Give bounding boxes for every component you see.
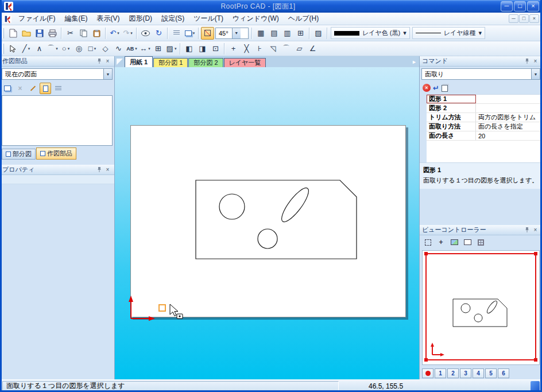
chevron-down-icon[interactable]: ▾ bbox=[56, 46, 58, 51]
param-label-method[interactable]: 面取り方法 bbox=[427, 122, 476, 131]
tab-drawing-parts[interactable]: 作図部品 bbox=[36, 148, 76, 160]
erase-tool-button[interactable]: ▱ bbox=[293, 42, 306, 55]
view-rect-handle[interactable] bbox=[424, 358, 428, 362]
partial-drawing-button[interactable]: ◧ bbox=[183, 42, 196, 55]
chevron-down-icon[interactable]: ▾ bbox=[175, 46, 177, 51]
view-slot-3-button[interactable]: 3 bbox=[460, 368, 471, 378]
table-tool-button[interactable]: ⊞ bbox=[152, 42, 165, 55]
polygon-tool-button[interactable]: ◇ bbox=[99, 42, 112, 55]
mdi-restore-button[interactable]: □ bbox=[519, 14, 529, 23]
combo-arrow-icon[interactable]: ▼ bbox=[232, 28, 241, 38]
drawing-canvas[interactable] bbox=[115, 67, 419, 379]
save-button[interactable] bbox=[33, 27, 46, 40]
chamfered-rectangle-shape[interactable] bbox=[196, 180, 357, 259]
grid-row[interactable]: 図形 2 bbox=[427, 104, 542, 113]
menu-help[interactable]: ヘルプ(H) bbox=[284, 12, 324, 25]
close-button[interactable]: × bbox=[527, 1, 539, 11]
resize-grip[interactable] bbox=[531, 381, 540, 391]
cut-button[interactable]: ✂ bbox=[64, 27, 77, 40]
tab-next-icon[interactable]: ► bbox=[412, 59, 417, 65]
menu-file[interactable]: ファイル(F) bbox=[14, 12, 60, 25]
paper-view-button[interactable] bbox=[462, 236, 473, 248]
view-slot-1-button[interactable]: 1 bbox=[435, 368, 446, 378]
angle-combo[interactable]: 45°▼ bbox=[215, 28, 249, 39]
param-value-shape2[interactable] bbox=[476, 104, 542, 112]
toolbar-grip[interactable] bbox=[2, 28, 4, 38]
view-slot-6-button[interactable]: 6 bbox=[498, 368, 509, 378]
whole-view-button[interactable] bbox=[448, 236, 460, 248]
chevron-down-icon[interactable]: ▾ bbox=[478, 29, 482, 37]
view-slot-5-button[interactable]: 5 bbox=[485, 368, 497, 378]
tab-scroll-icon[interactable] bbox=[117, 59, 123, 65]
circle-shape-2[interactable] bbox=[258, 229, 277, 249]
fillet-tool-button[interactable]: ⌒ bbox=[280, 42, 293, 55]
maximize-button[interactable]: □ bbox=[514, 1, 526, 11]
close-icon[interactable]: × bbox=[103, 57, 112, 65]
mdi-minimize-button[interactable]: ─ bbox=[509, 14, 518, 23]
param-label-shape2[interactable]: 図形 2 bbox=[427, 104, 476, 112]
grid-view-button[interactable] bbox=[475, 236, 486, 248]
output-button[interactable] bbox=[442, 85, 448, 92]
view-preview[interactable] bbox=[422, 250, 540, 365]
param-value-length[interactable]: 20 bbox=[476, 131, 542, 140]
undo-button[interactable]: ↶▾ bbox=[108, 27, 121, 40]
param-label-shape1[interactable]: 図形 1 bbox=[427, 95, 476, 103]
grid-row[interactable]: 図形 1 bbox=[427, 95, 542, 104]
pin-icon[interactable] bbox=[522, 57, 531, 65]
tab-sheet-1[interactable]: 用紙 1 bbox=[125, 56, 153, 67]
view-rect-handle[interactable] bbox=[534, 252, 537, 255]
cad-drawing[interactable] bbox=[131, 126, 406, 318]
measure-tool-button[interactable]: ∠ bbox=[306, 42, 319, 55]
param-value-trim[interactable]: 両方の図形をトリム bbox=[476, 113, 542, 122]
layer-list-button[interactable]: ▾ bbox=[183, 27, 196, 40]
extend-tool-button[interactable]: ⊦ bbox=[253, 42, 266, 55]
drafter-toggle-button[interactable] bbox=[201, 27, 214, 40]
chevron-down-icon[interactable]: ▾ bbox=[94, 46, 96, 51]
param-value-shape1[interactable] bbox=[476, 95, 542, 103]
new-file-button[interactable] bbox=[6, 27, 20, 40]
add-part-button[interactable] bbox=[2, 83, 13, 94]
spline-tool-button[interactable]: ∿ bbox=[112, 42, 125, 55]
menu-edit[interactable]: 編集(E) bbox=[60, 12, 92, 25]
icon-view-toggle[interactable] bbox=[40, 83, 51, 94]
layout-button[interactable]: ⊡ bbox=[209, 42, 222, 55]
arc-tool-button[interactable]: ⌒▾ bbox=[46, 42, 59, 55]
zoom-area-button[interactable] bbox=[422, 236, 433, 248]
tab-partial-drawing[interactable]: 部分図 bbox=[2, 149, 36, 160]
chamfer-tool-button[interactable]: ◹ bbox=[266, 42, 280, 55]
pin-icon[interactable] bbox=[522, 226, 531, 234]
hatch-display-button[interactable]: ▨ bbox=[312, 27, 325, 40]
cancel-command-button[interactable]: × bbox=[423, 84, 431, 92]
chevron-down-icon[interactable]: ▾ bbox=[148, 46, 150, 51]
text-tool-button[interactable]: AB▾ bbox=[125, 42, 138, 55]
combo-arrow-icon[interactable]: ▼ bbox=[531, 69, 540, 79]
open-file-button[interactable] bbox=[20, 27, 33, 40]
toolbar-grip[interactable] bbox=[2, 44, 4, 54]
edit-part-button[interactable] bbox=[27, 83, 38, 94]
view-slot-2-button[interactable]: 2 bbox=[447, 368, 459, 378]
command-combo[interactable]: 面取り ▼ bbox=[421, 68, 540, 80]
menu-window[interactable]: ウィンドウ(W) bbox=[228, 12, 284, 25]
confirm-command-button[interactable]: ↵ bbox=[433, 84, 439, 92]
parts-list[interactable] bbox=[2, 95, 113, 146]
mdi-close-button[interactable]: × bbox=[529, 14, 539, 23]
trim-tool-button[interactable]: ╳ bbox=[240, 42, 253, 55]
menu-tools[interactable]: ツール(T) bbox=[189, 12, 228, 25]
snap-grid-button[interactable]: ▤ bbox=[268, 27, 281, 40]
menu-view[interactable]: 表示(V) bbox=[92, 12, 124, 25]
move-tool-button[interactable]: + bbox=[227, 42, 240, 55]
property-display-button[interactable] bbox=[170, 27, 183, 40]
ellipse-tool-button[interactable]: ◎ bbox=[72, 42, 86, 55]
chevron-down-icon[interactable]: ▾ bbox=[403, 29, 406, 37]
circle-tool-button[interactable]: ○▾ bbox=[59, 42, 72, 55]
display-toggle-button[interactable] bbox=[139, 27, 152, 40]
param-label-length[interactable]: 面の長さ bbox=[427, 131, 476, 140]
paste-button[interactable] bbox=[90, 27, 103, 40]
view-record-button[interactable] bbox=[422, 368, 433, 378]
param-label-trim[interactable]: トリム方法 bbox=[427, 113, 476, 122]
rect-tool-button[interactable]: □▾ bbox=[86, 42, 99, 55]
dimension-tool-button[interactable]: ↔▾ bbox=[138, 42, 152, 55]
combo-arrow-icon[interactable]: ▼ bbox=[103, 69, 112, 79]
layer-color-combo[interactable]: レイヤ色 (黒) ▾ bbox=[331, 27, 410, 39]
chevron-down-icon[interactable]: ▾ bbox=[130, 31, 133, 36]
